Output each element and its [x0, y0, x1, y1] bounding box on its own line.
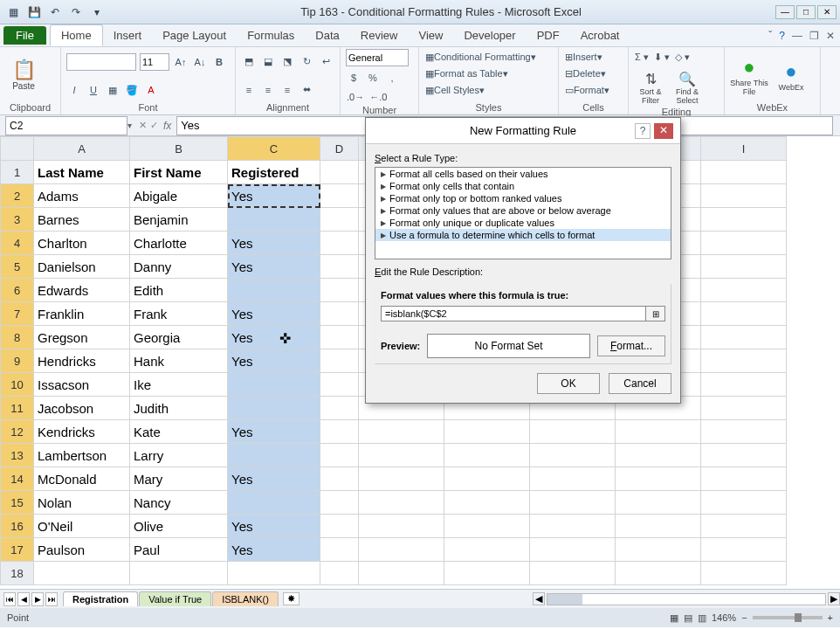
- cell-D4[interactable]: [320, 232, 359, 255]
- rule-type-item[interactable]: Use a formula to determine which cells t…: [375, 229, 671, 241]
- zoom-out-icon[interactable]: −: [741, 612, 747, 623]
- cell-C11[interactable]: [228, 397, 320, 420]
- qat-dropdown-icon[interactable]: ▾: [89, 4, 105, 20]
- row-header-4[interactable]: 4: [1, 232, 34, 255]
- cell-A6[interactable]: Edwards: [34, 279, 130, 302]
- cell-C15[interactable]: [228, 491, 320, 515]
- cell-F16[interactable]: [444, 515, 530, 538]
- row-header-1[interactable]: 1: [1, 161, 34, 184]
- cell-I10[interactable]: [701, 373, 787, 397]
- rule-type-item[interactable]: Format only unique or duplicate values: [375, 217, 671, 229]
- cell-G13[interactable]: [530, 444, 616, 467]
- cell-A16[interactable]: O'Neil: [34, 515, 130, 538]
- cell-A18[interactable]: [34, 562, 130, 585]
- prev-sheet-icon[interactable]: ◀: [17, 592, 30, 606]
- merge-icon[interactable]: ⬌: [299, 82, 314, 98]
- collapse-dialog-icon[interactable]: ⊞: [645, 307, 664, 321]
- cell-H15[interactable]: [616, 491, 701, 515]
- column-header-B[interactable]: B: [130, 137, 228, 161]
- cell-B4[interactable]: Charlotte: [130, 232, 228, 255]
- cell-I1[interactable]: [701, 161, 787, 184]
- tab-insert[interactable]: Insert: [103, 25, 153, 45]
- fill-icon[interactable]: ⬇ ▾: [653, 49, 671, 65]
- cell-E15[interactable]: [359, 491, 444, 515]
- workbook-restore-icon[interactable]: ❐: [809, 30, 819, 42]
- align-right-icon[interactable]: ≡: [279, 82, 295, 98]
- cell-B9[interactable]: Hank: [130, 349, 228, 373]
- cell-I4[interactable]: [701, 232, 787, 255]
- next-sheet-icon[interactable]: ▶: [31, 592, 44, 606]
- increase-font-icon[interactable]: A↑: [173, 54, 189, 70]
- sort-filter-button[interactable]: ⇅Sort & Filter: [634, 68, 667, 107]
- column-header-A[interactable]: A: [34, 137, 130, 161]
- cell-A7[interactable]: Franklin: [34, 302, 130, 326]
- row-header-16[interactable]: 16: [1, 515, 34, 538]
- zoom-in-icon[interactable]: +: [828, 612, 833, 623]
- cell-D6[interactable]: [320, 279, 359, 302]
- cell-H16[interactable]: [616, 515, 701, 538]
- cell-B3[interactable]: Benjamin: [130, 208, 228, 232]
- rule-type-item[interactable]: Format all cells based on their values: [375, 168, 671, 180]
- sheet-tab-isblank[interactable]: ISBLANK(): [212, 591, 279, 606]
- cell-D12[interactable]: [320, 420, 359, 444]
- cell-G16[interactable]: [530, 515, 616, 538]
- cell-D18[interactable]: [320, 562, 359, 585]
- currency-icon[interactable]: $: [346, 70, 361, 86]
- cell-C4[interactable]: Yes: [228, 232, 320, 255]
- row-header-15[interactable]: 15: [1, 491, 34, 515]
- column-header-I[interactable]: I: [701, 137, 787, 161]
- cell-A2[interactable]: Adams: [34, 184, 130, 208]
- minimize-ribbon-icon[interactable]: ˇ: [768, 30, 772, 42]
- sheet-tab-registration[interactable]: Registration: [63, 591, 138, 606]
- align-center-icon[interactable]: ≡: [260, 82, 276, 98]
- fill-color-icon[interactable]: 🪣: [124, 82, 140, 98]
- cell-D15[interactable]: [320, 491, 359, 515]
- cell-E18[interactable]: [359, 562, 444, 585]
- cell-E13[interactable]: [359, 444, 444, 467]
- minimize-button[interactable]: —: [775, 5, 795, 19]
- row-header-12[interactable]: 12: [1, 420, 34, 444]
- cell-I15[interactable]: [701, 491, 787, 515]
- underline-button[interactable]: U: [86, 82, 101, 98]
- name-box[interactable]: [5, 116, 127, 135]
- cell-D8[interactable]: [320, 326, 359, 349]
- workbook-close-icon[interactable]: ✕: [826, 30, 835, 42]
- tab-developer[interactable]: Developer: [453, 25, 526, 45]
- cell-D11[interactable]: [320, 397, 359, 420]
- sheet-tab-value-if-true[interactable]: Value if True: [139, 591, 211, 606]
- cell-I17[interactable]: [701, 538, 787, 562]
- cell-A1[interactable]: Last Name: [34, 161, 130, 184]
- insert-cells-button[interactable]: ⊞ Insert ▾: [564, 49, 603, 65]
- undo-icon[interactable]: ↶: [47, 4, 63, 20]
- row-header-13[interactable]: 13: [1, 444, 34, 467]
- cell-I18[interactable]: [701, 562, 787, 585]
- rule-type-list[interactable]: Format all cells based on their values F…: [375, 167, 671, 259]
- cell-G12[interactable]: [530, 420, 616, 444]
- tab-pdf[interactable]: PDF: [527, 25, 570, 45]
- cell-I3[interactable]: [701, 208, 787, 232]
- bold-button[interactable]: B: [211, 54, 227, 70]
- cell-A4[interactable]: Charlton: [34, 232, 130, 255]
- cell-A8[interactable]: Gregson: [34, 326, 130, 349]
- align-middle-icon[interactable]: ⬓: [260, 53, 276, 69]
- cell-C6[interactable]: [228, 279, 320, 302]
- help-icon[interactable]: ?: [779, 30, 785, 42]
- cell-E17[interactable]: [359, 538, 444, 562]
- cell-F17[interactable]: [444, 538, 530, 562]
- cell-I5[interactable]: [701, 255, 787, 279]
- workbook-minimize-icon[interactable]: —: [792, 30, 802, 42]
- tab-acrobat[interactable]: Acrobat: [570, 25, 630, 45]
- cell-G15[interactable]: [530, 491, 616, 515]
- maximize-button[interactable]: □: [796, 5, 816, 19]
- cell-A11[interactable]: Jacobson: [34, 397, 130, 420]
- align-top-icon[interactable]: ⬒: [241, 53, 257, 69]
- cell-B14[interactable]: Mary: [130, 467, 228, 491]
- cell-G14[interactable]: [530, 467, 616, 491]
- cell-D3[interactable]: [320, 208, 359, 232]
- tab-view[interactable]: View: [408, 25, 453, 45]
- row-header-17[interactable]: 17: [1, 538, 34, 562]
- row-header-18[interactable]: 18: [1, 562, 34, 585]
- format-cells-button[interactable]: ▭ Format ▾: [564, 82, 610, 98]
- format-button[interactable]: FFormat...ormat...: [597, 335, 665, 356]
- cell-F15[interactable]: [444, 491, 530, 515]
